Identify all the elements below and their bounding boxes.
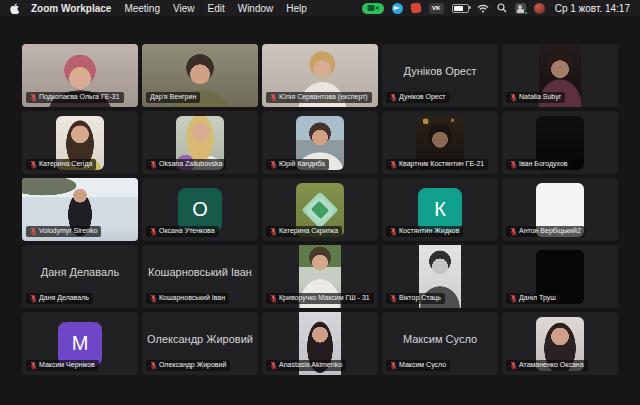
- muted-mic-icon: [390, 227, 397, 236]
- participant-tile[interactable]: O Оксана Утенкова: [142, 178, 258, 241]
- screen-camera-pill-icon[interactable]: [362, 3, 384, 14]
- menu-window[interactable]: Window: [238, 3, 274, 14]
- muted-mic-icon: [510, 227, 517, 236]
- participant-name-label: Олександр Жировий: [146, 360, 230, 371]
- participant-name-label: Катерина Скрипка: [266, 226, 342, 237]
- participant-name-label: Костянтин Жидков: [386, 226, 463, 237]
- muted-mic-icon: [390, 93, 397, 102]
- participant-name-text: Дар'я Венгрин: [150, 93, 196, 102]
- muted-mic-icon: [150, 294, 157, 303]
- participant-name-text: Іван Богодухов: [519, 160, 568, 169]
- participant-name-label: Віктор Стаць: [386, 293, 445, 304]
- participant-name-label: Oksana Zaliubovska: [146, 159, 226, 170]
- participant-tile[interactable]: Іван Богодухов: [502, 111, 618, 174]
- wifi-icon[interactable]: [477, 4, 489, 13]
- participant-name-label: Квартник Костянтин ГЕ-21: [386, 159, 488, 170]
- menu-edit[interactable]: Edit: [207, 3, 224, 14]
- user-switcher-icon[interactable]: [515, 3, 526, 14]
- participant-name-label: Anastasia Akimenko: [266, 360, 346, 371]
- participant-tile[interactable]: Даня Делаваль Даня Делаваль: [22, 245, 138, 308]
- participant-name-label: Максим Черніков: [26, 360, 99, 371]
- participant-name-label: Дуніков Орест: [386, 92, 449, 103]
- red-app-icon[interactable]: [410, 2, 421, 13]
- participant-tile[interactable]: М Максим Черніков: [22, 312, 138, 375]
- online-status-dot: [524, 11, 528, 15]
- participant-name-text: Кошарновський Іван: [159, 294, 225, 303]
- participant-name-label: Оксана Утенкова: [146, 226, 219, 237]
- participant-big-name: Кошарновський Іван: [142, 266, 258, 278]
- participant-name-text: Юрій Кандиба: [279, 160, 325, 169]
- menu-meeting[interactable]: Meeting: [124, 3, 160, 14]
- participant-tile[interactable]: К Костянтин Жидков: [382, 178, 498, 241]
- muted-mic-icon: [270, 294, 277, 303]
- participant-name-label: Кошарновський Іван: [146, 293, 229, 304]
- participant-tile[interactable]: Квартник Костянтин ГЕ-21: [382, 111, 498, 174]
- participant-name-text: Квартник Костянтин ГЕ-21: [399, 160, 484, 169]
- participant-name-text: Максим Сусло: [399, 361, 446, 370]
- letter-avatar: O: [178, 188, 222, 232]
- participant-name-text: Віктор Стаць: [399, 294, 441, 303]
- participant-big-name: Даня Делаваль: [22, 266, 138, 278]
- participant-big-name: Максим Сусло: [382, 333, 498, 345]
- participant-tile[interactable]: Дуніков Орест Дуніков Орест: [382, 44, 498, 107]
- participant-tile[interactable]: Віктор Стаць: [382, 245, 498, 308]
- menu-zoom-workplace[interactable]: Zoom Workplace: [31, 3, 111, 14]
- participant-tile[interactable]: Natalia Subyr: [502, 44, 618, 107]
- participant-name-text: Максим Черніков: [39, 361, 95, 370]
- muted-mic-icon: [30, 227, 37, 236]
- participant-name-text: Подкопаєва Ольга ГЕ-31: [39, 93, 120, 102]
- participant-name-label: Подкопаєва Ольга ГЕ-31: [26, 92, 124, 103]
- participant-tile[interactable]: Атаманенко Оксана: [502, 312, 618, 375]
- participant-name-label: Дар'я Венгрин: [146, 92, 200, 103]
- participant-tile[interactable]: Oksana Zaliubovska: [142, 111, 258, 174]
- search-icon[interactable]: [497, 3, 507, 13]
- vk-icon[interactable]: VK: [429, 3, 444, 14]
- participant-tile[interactable]: Олександр Жировий Олександр Жировий: [142, 312, 258, 375]
- participant-name-text: Oksana Zaliubovska: [159, 160, 222, 169]
- muted-mic-icon: [510, 294, 517, 303]
- muted-mic-icon: [30, 361, 37, 370]
- participant-tile[interactable]: Катерина Сегіда: [22, 111, 138, 174]
- apple-logo-icon[interactable]: [10, 3, 19, 14]
- muted-mic-icon: [390, 361, 397, 370]
- participant-tile[interactable]: Volodymyr Sirenko: [22, 178, 138, 241]
- telegram-icon[interactable]: [392, 3, 403, 14]
- muted-mic-icon: [150, 361, 157, 370]
- participant-name-label: Даня Делаваль: [26, 293, 93, 304]
- menu-view[interactable]: View: [173, 3, 195, 14]
- participant-name-label: Volodymyr Sirenko: [26, 226, 101, 237]
- participant-name-text: Катерина Сегіда: [39, 160, 92, 169]
- menu-help[interactable]: Help: [286, 3, 307, 14]
- participant-tile[interactable]: Катерина Скрипка: [262, 178, 378, 241]
- muted-mic-icon: [390, 294, 397, 303]
- participant-tile[interactable]: Подкопаєва Ольга ГЕ-31: [22, 44, 138, 107]
- participant-tile[interactable]: Дар'я Венгрин: [142, 44, 258, 107]
- participant-name-label: Антон Вербіцький2: [506, 226, 585, 237]
- participant-tile[interactable]: Антон Вербіцький2: [502, 178, 618, 241]
- participant-tile[interactable]: Криворучко Максим ГШ - 31: [262, 245, 378, 308]
- muted-mic-icon: [510, 361, 517, 370]
- muted-mic-icon: [270, 93, 277, 102]
- participant-name-text: Криворучко Максим ГШ - 31: [279, 294, 370, 303]
- muted-mic-icon: [150, 227, 157, 236]
- participant-tile[interactable]: Юлія Сервантова (експерт): [262, 44, 378, 107]
- muted-mic-icon: [270, 160, 277, 169]
- muted-mic-icon: [30, 93, 37, 102]
- participant-name-text: Оксана Утенкова: [159, 227, 215, 236]
- participant-name-text: Олександр Жировий: [159, 361, 226, 370]
- battery-icon[interactable]: [452, 4, 469, 13]
- participant-tile[interactable]: Юрій Кандиба: [262, 111, 378, 174]
- participant-tile[interactable]: Максим Сусло Максим Сусло: [382, 312, 498, 375]
- participant-name-text: Костянтин Жидков: [399, 227, 459, 236]
- participant-name-text: Антон Вербіцький2: [519, 227, 581, 236]
- participant-tile[interactable]: Кошарновський Іван Кошарновський Іван: [142, 245, 258, 308]
- menu-bar: Zoom Workplace Meeting View Edit Window …: [0, 0, 640, 16]
- participant-tile[interactable]: Даніл Труш: [502, 245, 618, 308]
- participant-grid: Подкопаєва Ольга ГЕ-31 Дар'я Венгрин Юлі…: [22, 44, 618, 375]
- participant-name-text: Natalia Subyr: [519, 93, 561, 102]
- participant-name-label: Максим Сусло: [386, 360, 450, 371]
- user-avatar-icon[interactable]: [534, 3, 545, 14]
- participant-name-text: Даня Делаваль: [39, 294, 89, 303]
- participant-tile[interactable]: Anastasia Akimenko: [262, 312, 378, 375]
- participant-name-label: Іван Богодухов: [506, 159, 572, 170]
